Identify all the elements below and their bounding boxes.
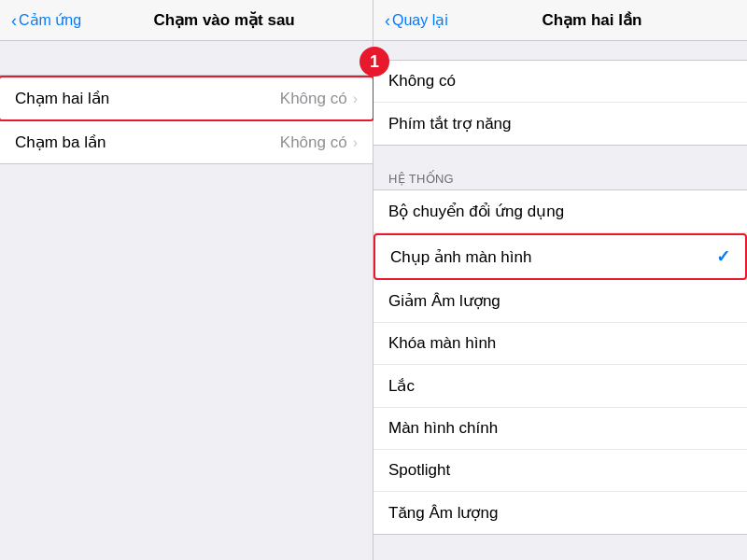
option-accessibility[interactable]: Phím tắt trợ năng	[374, 103, 747, 145]
option-app-switcher-label: Bộ chuyển đổi ứng dụng	[388, 202, 732, 221]
option-volume-down-label: Giảm Âm lượng	[388, 291, 732, 311]
right-content: Không có Phím tắt trợ năng HỆ THỐNG 2 Bộ…	[374, 41, 747, 560]
right-panel: ‹ Quay lại Chạm hai lần Không có Phím tắ…	[374, 0, 747, 560]
badge-1: 1	[359, 47, 389, 77]
right-chevron-icon: ‹	[385, 12, 390, 29]
left-back-button[interactable]: ‹ Cảm ứng	[11, 11, 81, 29]
double-tap-row[interactable]: Chạm hai lần Không có ›	[0, 76, 374, 121]
option-lock-screen-label: Khóa màn hình	[388, 334, 732, 353]
left-nav-title: Chạm vào mặt sau	[87, 10, 361, 30]
triple-tap-chevron: ›	[353, 134, 358, 151]
triple-tap-value: Không có	[280, 133, 347, 152]
double-tap-chevron: ›	[353, 91, 358, 107]
triple-tap-label: Chạm ba lần	[15, 133, 280, 152]
option-home-screen[interactable]: Màn hình chính	[374, 408, 747, 450]
screenshot-checkmark: ✓	[716, 246, 730, 267]
right-back-button[interactable]: ‹ Quay lại	[385, 11, 448, 29]
left-back-label: Cảm ứng	[19, 11, 81, 29]
option-none-label: Không có	[388, 72, 732, 91]
right-back-label: Quay lại	[392, 11, 448, 29]
option-lock-screen[interactable]: Khóa màn hình	[374, 323, 747, 365]
top-options-group: Không có Phím tắt trợ năng	[374, 60, 747, 146]
option-accessibility-label: Phím tắt trợ năng	[388, 114, 732, 133]
double-tap-label: Chạm hai lần	[15, 89, 280, 108]
left-panel: ‹ Cảm ứng Chạm vào mặt sau 1 Chạm hai lầ…	[0, 0, 374, 560]
double-tap-value: Không có	[280, 90, 347, 108]
option-screenshot[interactable]: Chụp ảnh màn hình ✓	[374, 233, 747, 280]
right-nav-title: Chạm hai lần	[448, 10, 736, 30]
option-spotlight-label: Spotlight	[388, 461, 732, 480]
option-home-screen-label: Màn hình chính	[388, 419, 732, 438]
left-chevron-icon: ‹	[11, 12, 17, 29]
option-shake-label: Lắc	[388, 376, 732, 396]
option-screenshot-label: Chụp ảnh màn hình	[390, 247, 716, 267]
system-options-group: 2 Bộ chuyển đổi ứng dụng Chụp ảnh màn hì…	[374, 189, 747, 535]
option-app-switcher[interactable]: Bộ chuyển đổi ứng dụng	[374, 190, 747, 233]
system-section-header: HỆ THỐNG	[374, 164, 747, 189]
option-volume-up[interactable]: Tăng Âm lượng	[374, 492, 747, 534]
right-nav-bar: ‹ Quay lại Chạm hai lần	[374, 0, 747, 41]
option-volume-up-label: Tăng Âm lượng	[388, 503, 732, 523]
left-settings-group: Chạm hai lần Không có › Chạm ba lần Khôn…	[0, 75, 373, 164]
left-content: 1 Chạm hai lần Không có › Chạm ba lần Kh…	[0, 41, 373, 560]
option-none[interactable]: Không có	[374, 61, 747, 103]
triple-tap-row[interactable]: Chạm ba lần Không có ›	[0, 121, 373, 163]
option-spotlight[interactable]: Spotlight	[374, 450, 747, 492]
option-shake[interactable]: Lắc	[374, 365, 747, 408]
left-nav-bar: ‹ Cảm ứng Chạm vào mặt sau	[0, 0, 373, 41]
option-volume-down[interactable]: Giảm Âm lượng	[374, 280, 747, 323]
